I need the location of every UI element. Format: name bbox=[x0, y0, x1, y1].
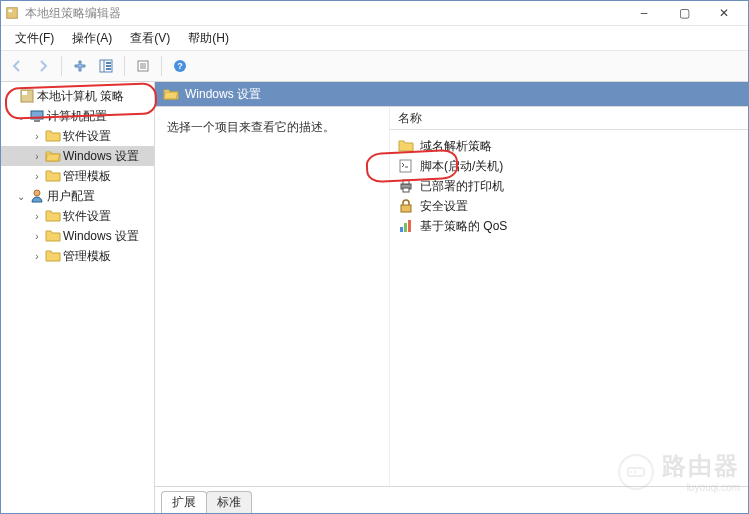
list-item-security[interactable]: 安全设置 bbox=[394, 196, 744, 216]
tree-computer-windows[interactable]: › Windows 设置 bbox=[1, 146, 154, 166]
folder-icon bbox=[398, 138, 414, 154]
folder-icon bbox=[45, 128, 61, 144]
content-header: Windows 设置 bbox=[155, 82, 748, 106]
tree-label: 计算机配置 bbox=[47, 108, 107, 125]
chevron-right-icon[interactable]: › bbox=[31, 171, 43, 182]
chevron-right-icon[interactable]: › bbox=[31, 231, 43, 242]
window-title: 本地组策略编辑器 bbox=[25, 5, 624, 22]
tree-computer-software[interactable]: › 软件设置 bbox=[1, 126, 154, 146]
svg-rect-16 bbox=[34, 120, 40, 122]
printer-icon bbox=[398, 178, 414, 194]
tree-root-label: 本地计算机 策略 bbox=[37, 88, 124, 105]
svg-rect-15 bbox=[31, 111, 43, 119]
folder-open-icon bbox=[163, 86, 179, 102]
policy-icon bbox=[19, 88, 35, 104]
tree-label: Windows 设置 bbox=[63, 228, 139, 245]
chart-icon bbox=[398, 218, 414, 234]
chevron-right-icon[interactable]: › bbox=[31, 211, 43, 222]
show-hide-tree-button[interactable] bbox=[94, 54, 118, 78]
tree-label: 管理模板 bbox=[63, 168, 111, 185]
column-header-name[interactable]: 名称 bbox=[390, 107, 748, 130]
script-icon bbox=[398, 158, 414, 174]
tree-pane[interactable]: 本地计算机 策略 ⌄ 计算机配置 › 软件设置 › Windows 设置 › bbox=[1, 82, 155, 513]
chevron-down-icon[interactable]: ⌄ bbox=[15, 191, 27, 202]
svg-point-17 bbox=[34, 190, 40, 196]
svg-rect-24 bbox=[400, 227, 403, 232]
folder-open-icon bbox=[45, 148, 61, 164]
svg-rect-14 bbox=[22, 91, 27, 95]
list-pane: 名称 域名解析策略 脚本(启动/关机) 已部署的打印 bbox=[390, 107, 748, 486]
menu-view[interactable]: 查看(V) bbox=[122, 28, 178, 49]
svg-rect-0 bbox=[7, 8, 18, 19]
tab-extended[interactable]: 扩展 bbox=[161, 491, 207, 513]
titlebar: 本地组策略编辑器 – ▢ ✕ bbox=[1, 1, 748, 26]
svg-rect-22 bbox=[403, 188, 409, 192]
user-icon bbox=[29, 188, 45, 204]
tree-label: 用户配置 bbox=[47, 188, 95, 205]
list-item-label: 安全设置 bbox=[420, 198, 468, 215]
list-item-scripts[interactable]: 脚本(启动/关机) bbox=[394, 156, 744, 176]
computer-icon bbox=[29, 108, 45, 124]
forward-button[interactable] bbox=[31, 54, 55, 78]
tree-label: 管理模板 bbox=[63, 248, 111, 265]
svg-rect-6 bbox=[106, 68, 111, 70]
list-item-label: 基于策略的 QoS bbox=[420, 218, 507, 235]
tree-label: 软件设置 bbox=[63, 128, 111, 145]
svg-rect-25 bbox=[404, 223, 407, 232]
toolbar: ? bbox=[1, 51, 748, 82]
toolbar-separator bbox=[124, 56, 125, 76]
tree-label: 软件设置 bbox=[63, 208, 111, 225]
tabs: 扩展 标准 bbox=[155, 486, 748, 513]
minimize-button[interactable]: – bbox=[624, 2, 664, 24]
properties-button[interactable] bbox=[131, 54, 155, 78]
tree-user-windows[interactable]: › Windows 设置 bbox=[1, 226, 154, 246]
tree-label: Windows 设置 bbox=[63, 148, 139, 165]
tree-user-software[interactable]: › 软件设置 bbox=[1, 206, 154, 226]
chevron-right-icon[interactable]: › bbox=[31, 131, 43, 142]
chevron-right-icon[interactable]: › bbox=[31, 251, 43, 262]
list-item-printers[interactable]: 已部署的打印机 bbox=[394, 176, 744, 196]
list-item-qos[interactable]: 基于策略的 QoS bbox=[394, 216, 744, 236]
svg-rect-21 bbox=[403, 180, 409, 184]
menu-action[interactable]: 操作(A) bbox=[64, 28, 120, 49]
folder-icon bbox=[45, 208, 61, 224]
tree-computer-admin[interactable]: › 管理模板 bbox=[1, 166, 154, 186]
svg-rect-1 bbox=[9, 10, 13, 13]
tree-computer-config[interactable]: ⌄ 计算机配置 bbox=[1, 106, 154, 126]
chevron-down-icon[interactable]: ⌄ bbox=[15, 111, 27, 122]
help-button[interactable]: ? bbox=[168, 54, 192, 78]
app-icon bbox=[5, 6, 19, 20]
main-pane: Windows 设置 选择一个项目来查看它的描述。 名称 域名解析策略 bbox=[155, 82, 748, 513]
lock-icon bbox=[398, 198, 414, 214]
description-text: 选择一个项目来查看它的描述。 bbox=[167, 119, 377, 136]
list-item-dns-policy[interactable]: 域名解析策略 bbox=[394, 136, 744, 156]
tab-standard[interactable]: 标准 bbox=[206, 491, 252, 513]
close-button[interactable]: ✕ bbox=[704, 2, 744, 24]
svg-rect-4 bbox=[106, 62, 111, 64]
svg-rect-26 bbox=[408, 220, 411, 232]
list-item-label: 已部署的打印机 bbox=[420, 178, 504, 195]
content-header-title: Windows 设置 bbox=[185, 86, 261, 103]
content-body: 本地计算机 策略 ⌄ 计算机配置 › 软件设置 › Windows 设置 › bbox=[1, 82, 748, 513]
up-level-button[interactable] bbox=[68, 54, 92, 78]
folder-icon bbox=[45, 248, 61, 264]
menu-help[interactable]: 帮助(H) bbox=[180, 28, 237, 49]
menubar: 文件(F) 操作(A) 查看(V) 帮助(H) bbox=[1, 26, 748, 51]
svg-rect-18 bbox=[400, 160, 411, 172]
description-pane: 选择一个项目来查看它的描述。 bbox=[155, 107, 390, 486]
tree-root[interactable]: 本地计算机 策略 bbox=[1, 86, 154, 106]
toolbar-separator bbox=[61, 56, 62, 76]
svg-text:?: ? bbox=[177, 61, 183, 71]
tree-user-config[interactable]: ⌄ 用户配置 bbox=[1, 186, 154, 206]
list-item-label: 域名解析策略 bbox=[420, 138, 492, 155]
svg-rect-23 bbox=[401, 205, 411, 212]
folder-icon bbox=[45, 168, 61, 184]
toolbar-separator bbox=[161, 56, 162, 76]
back-button[interactable] bbox=[5, 54, 29, 78]
menu-file[interactable]: 文件(F) bbox=[7, 28, 62, 49]
maximize-button[interactable]: ▢ bbox=[664, 2, 704, 24]
chevron-right-icon[interactable]: › bbox=[31, 151, 43, 162]
tree-user-admin[interactable]: › 管理模板 bbox=[1, 246, 154, 266]
list-item-label: 脚本(启动/关机) bbox=[420, 158, 503, 175]
svg-rect-5 bbox=[106, 65, 111, 67]
